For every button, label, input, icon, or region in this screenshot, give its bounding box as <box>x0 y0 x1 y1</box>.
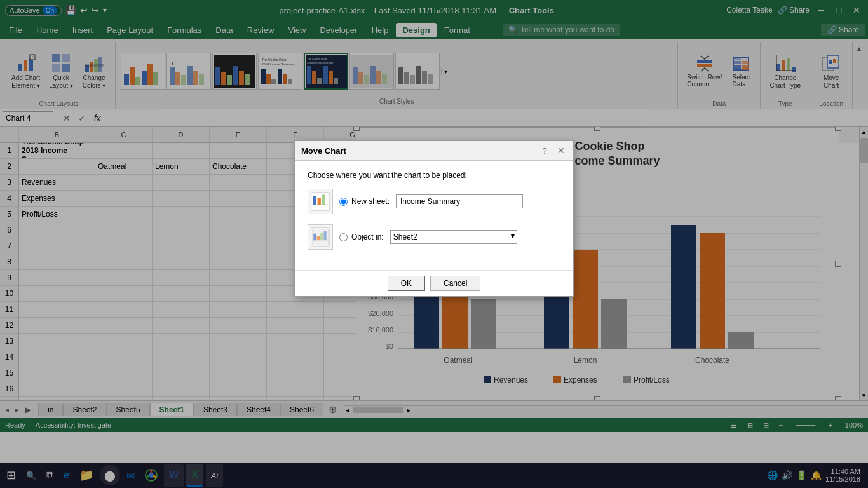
modal-controls: ? ✕ <box>539 145 567 156</box>
object-in-icon <box>308 224 333 250</box>
object-in-select[interactable]: Sheet2 Sheet1 Sheet3 Sheet4 Sheet5 Sheet… <box>390 230 517 244</box>
move-chart-dialog: Move Chart ? ✕ Choose where you want the… <box>294 140 574 297</box>
object-in-select-wrapper: Sheet2 Sheet1 Sheet3 Sheet4 Sheet5 Sheet… <box>390 230 517 244</box>
modal-title: Move Chart <box>301 146 346 156</box>
new-sheet-name-input[interactable] <box>396 194 523 208</box>
svg-rect-102 <box>313 196 316 205</box>
modal-overlay: Move Chart ? ✕ Choose where you want the… <box>0 0 868 488</box>
svg-rect-111 <box>323 231 326 240</box>
radio-object-in-input[interactable] <box>339 233 348 241</box>
svg-rect-103 <box>318 198 321 205</box>
ok-button[interactable]: OK <box>388 276 425 291</box>
modal-close-btn[interactable]: ✕ <box>555 145 567 156</box>
object-in-label: Object in: <box>351 233 384 241</box>
new-sheet-icon <box>308 189 333 214</box>
svg-rect-109 <box>317 236 320 240</box>
radio-object-in[interactable]: Object in: <box>339 233 384 241</box>
modal-footer: OK Cancel <box>295 270 573 296</box>
radio-new-sheet[interactable]: New sheet: <box>339 197 390 206</box>
svg-rect-110 <box>320 233 323 240</box>
svg-rect-108 <box>313 234 316 241</box>
modal-question: Choose where you want the chart to be pl… <box>308 171 560 180</box>
option-object-in-row: Object in: Sheet2 Sheet1 Sheet3 Sheet4 S… <box>308 224 560 250</box>
modal-title-bar: Move Chart ? ✕ <box>295 141 573 161</box>
new-sheet-label: New sheet: <box>351 197 390 206</box>
option-new-sheet-row: New sheet: <box>308 189 560 214</box>
cancel-button[interactable]: Cancel <box>430 276 480 291</box>
modal-body: Choose where you want the chart to be pl… <box>295 161 573 270</box>
radio-new-sheet-input[interactable] <box>339 198 348 206</box>
modal-help-btn[interactable]: ? <box>539 145 550 156</box>
svg-rect-104 <box>322 194 325 205</box>
